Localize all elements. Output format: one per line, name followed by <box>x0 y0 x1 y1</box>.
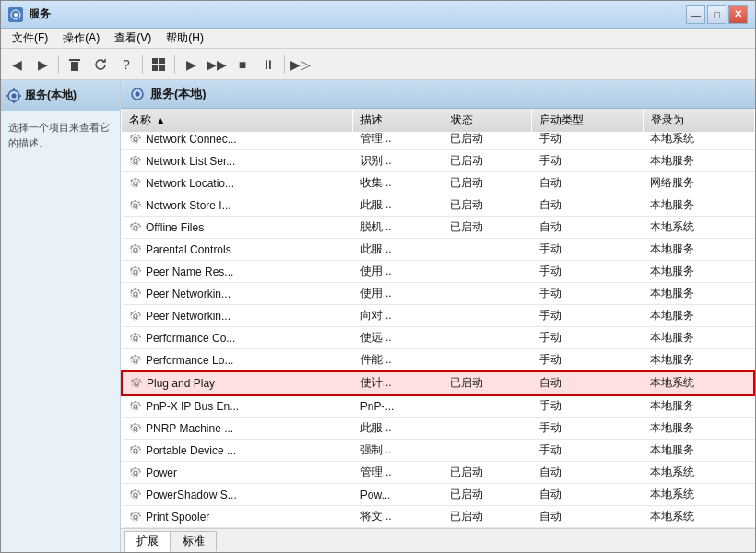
service-gear-icon <box>129 221 142 234</box>
service-name-cell: Offline Files <box>122 217 353 239</box>
toolbar-up[interactable] <box>63 53 87 76</box>
toolbar-sep-4 <box>284 55 285 74</box>
svg-rect-7 <box>159 65 165 71</box>
toolbar-sep-1 <box>58 55 59 74</box>
sort-arrow: ▲ <box>156 115 165 125</box>
service-gear-icon <box>129 354 142 367</box>
toolbar-help[interactable]: ? <box>114 53 138 76</box>
service-name-cell: Plug and Play <box>122 371 353 394</box>
table-row[interactable]: Plug and Play 使计...已启动自动本地系统 <box>122 371 754 394</box>
left-panel: 服务(本地) 选择一个项目来查看它的描述。 <box>1 80 121 552</box>
menu-bar: 文件(F) 操作(A) 查看(V) 帮助(H) <box>1 29 755 49</box>
service-gear-icon <box>129 199 142 212</box>
svg-rect-4 <box>152 58 158 64</box>
service-name-cell: Print Spooler <box>122 506 353 528</box>
title-bar: 服务 — □ ✕ <box>1 1 755 29</box>
toolbar-arrow[interactable]: ▶▷ <box>289 53 313 76</box>
toolbar-play-step[interactable]: ▶▶ <box>205 53 229 76</box>
table-row[interactable]: Power 管理...已启动自动本地系统 <box>122 462 754 484</box>
table-row[interactable]: Performance Co... 使远...手动本地服务 <box>122 327 754 349</box>
service-gear-icon <box>129 243 142 256</box>
col-startup[interactable]: 启动类型 <box>532 109 644 133</box>
toolbar-refresh[interactable] <box>89 53 112 76</box>
left-panel-header[interactable]: 服务(本地) <box>1 80 120 111</box>
window-title: 服务 <box>29 6 51 22</box>
table-row[interactable]: Peer Name Res... 使用...手动本地服务 <box>122 261 754 283</box>
status-bar: 扩展 标准 <box>121 528 755 552</box>
left-panel-title: 服务(本地) <box>25 88 77 103</box>
toolbar-play[interactable]: ▶ <box>179 53 203 76</box>
svg-point-1 <box>14 13 18 17</box>
main-area: 服务(本地) 选择一个项目来查看它的描述。 服务(本地) 名 <box>1 80 755 552</box>
table-row[interactable]: Parental Controls 此服...手动本地服务 <box>122 239 754 261</box>
service-gear-icon <box>129 155 142 168</box>
service-gear-icon <box>129 422 142 435</box>
service-gear-icon <box>129 265 142 278</box>
table-row[interactable]: Network List Ser... 识别...已启动手动本地服务 <box>122 150 754 172</box>
table-row[interactable]: PowerShadow S... Pow...已启动自动本地系统 <box>122 484 754 506</box>
service-gear-icon <box>129 444 142 457</box>
service-gear-icon <box>129 400 142 413</box>
service-gear-icon <box>129 310 142 323</box>
maximize-button[interactable]: □ <box>707 5 726 24</box>
service-name-cell: Power <box>122 462 353 484</box>
menu-action[interactable]: 操作(A) <box>55 29 107 48</box>
col-status[interactable]: 状态 <box>443 109 531 133</box>
services-icon <box>6 88 21 103</box>
services-table-container[interactable]: 名称 ▲ 描述 状态 启动类型 登录为 Netw <box>121 109 755 528</box>
toolbar-export[interactable] <box>147 53 171 76</box>
table-row[interactable]: Performance Lo... 件能...手动本地服务 <box>122 349 754 372</box>
service-name-cell: PNRP Machine ... <box>122 418 353 440</box>
toolbar-pause[interactable]: ⏸ <box>256 53 280 76</box>
title-bar-left: 服务 <box>8 6 51 22</box>
table-row[interactable]: Offline Files 脱机...已启动自动本地系统 <box>122 217 754 239</box>
toolbar-back[interactable]: ◀ <box>5 53 29 76</box>
service-name-cell: Peer Networkin... <box>122 283 353 305</box>
left-panel-desc: 选择一个项目来查看它的描述。 <box>1 111 120 159</box>
toolbar-sep-3 <box>174 55 175 74</box>
toolbar-forward[interactable]: ▶ <box>30 53 54 76</box>
service-name-cell: PowerShadow S... <box>122 484 353 506</box>
table-row[interactable]: PNRP Machine ... 此服...手动本地服务 <box>122 418 754 440</box>
table-row[interactable]: Network Store I... 此服...已启动自动本地服务 <box>122 194 754 217</box>
service-name-cell: PnP-X IP Bus En... <box>122 394 353 418</box>
col-name[interactable]: 名称 ▲ <box>122 109 353 133</box>
table-row[interactable]: Portable Device ... 强制...手动本地服务 <box>122 440 754 462</box>
svg-rect-5 <box>159 58 165 64</box>
table-row[interactable]: Print Spooler 将文...已启动自动本地系统 <box>122 506 754 528</box>
service-name-cell: Portable Device ... <box>122 440 353 462</box>
service-gear-icon <box>129 332 142 345</box>
service-name-cell: Peer Networkin... <box>122 305 353 327</box>
minimize-button[interactable]: — <box>686 5 705 24</box>
table-row[interactable]: Peer Networkin... 使用...手动本地服务 <box>122 283 754 305</box>
close-button[interactable]: ✕ <box>728 5 748 24</box>
service-gear-icon <box>129 511 142 524</box>
menu-view[interactable]: 查看(V) <box>107 29 159 48</box>
service-gear-icon <box>129 177 142 190</box>
toolbar: ◀ ▶ ? ▶ ▶▶ ■ ⏸ <box>1 49 755 80</box>
svg-rect-2 <box>69 59 80 61</box>
right-panel-header: 服务(本地) <box>121 80 755 109</box>
tab-standard[interactable]: 标准 <box>171 531 217 551</box>
title-controls: — □ ✕ <box>686 5 748 24</box>
window-icon <box>8 7 23 22</box>
service-name-cell: Performance Co... <box>122 327 353 349</box>
table-row[interactable]: Peer Networkin... 向对...手动本地服务 <box>122 305 754 327</box>
service-gear-icon <box>129 133 142 146</box>
svg-rect-6 <box>152 65 158 71</box>
menu-file[interactable]: 文件(F) <box>5 29 55 48</box>
service-name-cell: Network Locatio... <box>122 172 353 194</box>
service-name-cell: Parental Controls <box>122 239 353 261</box>
right-panel-title: 服务(本地) <box>150 86 207 102</box>
col-description[interactable]: 描述 <box>353 109 443 133</box>
table-row[interactable]: Network Locatio... 收集...已启动自动网络服务 <box>122 172 754 194</box>
panel-services-icon <box>130 87 145 101</box>
menu-help[interactable]: 帮助(H) <box>159 29 211 48</box>
col-logon[interactable]: 登录为 <box>643 109 754 133</box>
tab-expand[interactable]: 扩展 <box>124 531 171 552</box>
service-name-cell: Performance Lo... <box>122 349 353 372</box>
table-row[interactable]: PnP-X IP Bus En... PnP-...手动本地服务 <box>122 394 754 418</box>
svg-rect-3 <box>71 62 78 71</box>
right-panel: 服务(本地) 名称 ▲ 描述 状态 启动类型 登录为 <box>121 80 755 552</box>
toolbar-stop[interactable]: ■ <box>230 53 254 76</box>
